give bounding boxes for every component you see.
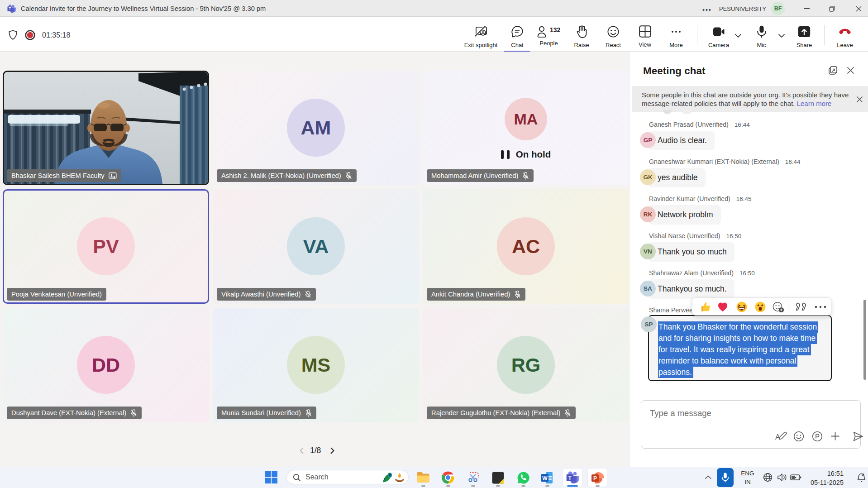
svg-text:T: T [568, 475, 572, 481]
svg-text:A: A [775, 433, 780, 441]
svg-text:P: P [593, 475, 597, 482]
svg-text:T: T [9, 6, 11, 11]
svg-text:W: W [542, 475, 548, 482]
